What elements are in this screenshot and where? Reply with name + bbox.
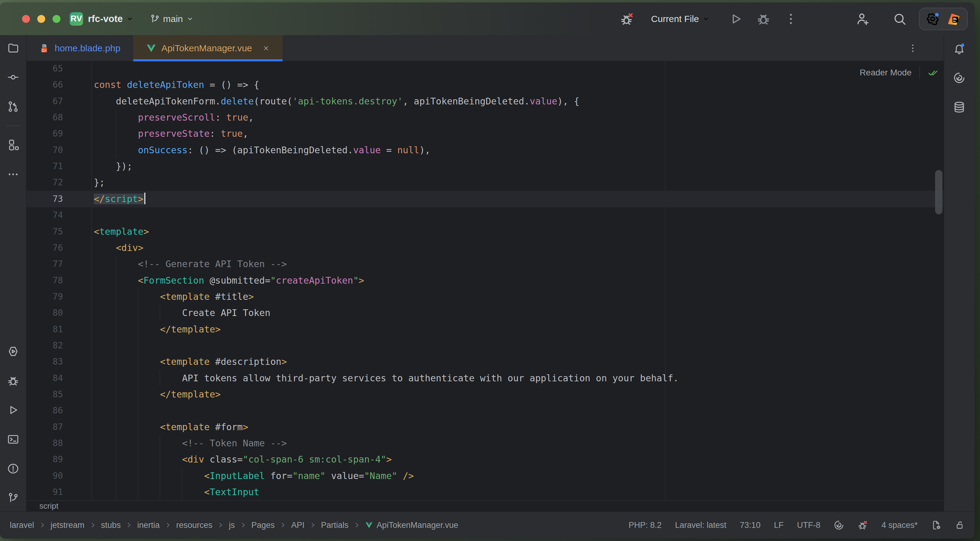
search-icon[interactable] <box>892 12 907 26</box>
status-path-item[interactable]: API <box>291 520 305 530</box>
status-path-item[interactable]: stubs <box>101 520 121 530</box>
person-plus-icon[interactable] <box>856 12 870 26</box>
code-line-72[interactable]: }; <box>94 175 105 190</box>
editor-tab-home.blade.php[interactable]: home.blade.php <box>27 35 133 61</box>
tool-window-problems-icon[interactable] <box>7 463 19 475</box>
inspections-ok-icon[interactable] <box>928 67 938 78</box>
line-number[interactable]: 88 <box>27 435 63 451</box>
status-path-item[interactable]: inertia <box>137 520 160 530</box>
run-configuration-select[interactable]: Current File <box>651 14 710 24</box>
code-line-77[interactable]: <!-- Generate API Token --> <box>94 256 287 272</box>
run-icon[interactable] <box>729 12 743 26</box>
minimize-window-button[interactable] <box>37 15 45 23</box>
status-path-item[interactable]: Pages <box>251 520 275 530</box>
code-line-75[interactable]: <template> <box>94 224 149 240</box>
tool-window-database-icon[interactable] <box>953 101 965 113</box>
tool-window-run-icon[interactable] <box>7 404 19 416</box>
tool-window-terminal-icon[interactable] <box>7 433 19 446</box>
code-line-70[interactable]: onSuccess: () => (apiTokenBeingDeleted.v… <box>94 142 430 158</box>
code-line-78[interactable]: <FormSection @submitted="createApiToken"… <box>94 272 364 289</box>
close-window-button[interactable] <box>22 15 30 23</box>
project-widget[interactable]: rfc-vote <box>88 13 123 24</box>
line-number[interactable]: 79 <box>27 289 63 305</box>
breadcrumb-tag[interactable]: script <box>40 501 58 511</box>
no-debug-session-icon[interactable] <box>620 12 634 26</box>
status-path-item[interactable]: laravel <box>10 520 34 530</box>
line-number[interactable]: 85 <box>27 386 63 402</box>
line-number[interactable]: 70 <box>27 142 63 158</box>
line-number[interactable]: 68 <box>27 109 63 125</box>
line-number[interactable]: 84 <box>27 370 63 386</box>
line-number[interactable]: 71 <box>27 158 63 175</box>
tool-window-folder-icon[interactable] <box>7 42 19 54</box>
line-number[interactable]: 90 <box>27 468 63 484</box>
tool-window-commit-icon[interactable] <box>7 71 19 83</box>
code-line-80[interactable]: Create API Token <box>94 305 270 321</box>
line-number[interactable]: 76 <box>27 240 63 256</box>
code-line-68[interactable]: preserveScroll: true, <box>94 109 254 125</box>
line-number[interactable]: 83 <box>27 354 63 370</box>
code-editor[interactable]: 6566const deleteApiToken = () => {67 del… <box>27 61 943 500</box>
status-path-item[interactable]: resources <box>176 520 213 530</box>
status-current-file[interactable]: ApiTokenManager.vue <box>365 520 458 530</box>
code-line-66[interactable]: const deleteApiToken = () => { <box>94 77 259 93</box>
line-number[interactable]: 91 <box>27 484 63 500</box>
reader-mode-widget[interactable]: Reader Mode <box>860 66 938 79</box>
tool-window-ai-icon[interactable] <box>953 72 965 84</box>
vcs-widget[interactable]: main <box>150 14 194 24</box>
jetbrains-logo-icon[interactable] <box>947 12 961 26</box>
code-line-88[interactable]: <!-- Token Name --> <box>94 435 287 451</box>
debug-icon[interactable] <box>756 12 770 26</box>
code-line-73[interactable]: </script> <box>94 191 145 207</box>
line-number[interactable]: 75 <box>27 224 63 240</box>
status-path-item[interactable]: jetstream <box>51 520 84 530</box>
line-number[interactable]: 66 <box>27 77 63 93</box>
code-line-81[interactable]: </template> <box>94 321 221 337</box>
code-line-84[interactable]: API tokens allow third-party services to… <box>94 370 679 386</box>
code-line-87[interactable]: <template #form> <box>94 419 248 435</box>
more-vertical-icon[interactable] <box>784 12 798 26</box>
line-number[interactable]: 67 <box>27 93 63 109</box>
line-number[interactable]: 78 <box>27 272 63 289</box>
code-line-85[interactable]: </template> <box>94 386 221 402</box>
tab-close-icon[interactable] <box>262 44 270 52</box>
editor-tab-ApiTokenManager.vue[interactable]: ApiTokenManager.vue <box>133 35 283 61</box>
code-line-67[interactable]: deleteApiTokenForm.delete(route('api-tok… <box>94 93 579 109</box>
status-widget-utf-8[interactable]: UTF-8 <box>797 520 821 530</box>
bug-x-icon[interactable] <box>858 520 868 530</box>
tool-window-debug-icon[interactable] <box>7 374 19 387</box>
lock-open-icon[interactable] <box>955 520 965 530</box>
line-number[interactable]: 65 <box>27 61 63 77</box>
code-line-71[interactable]: }); <box>94 158 132 175</box>
maximize-window-button[interactable] <box>52 15 60 23</box>
status-path-item[interactable]: Partials <box>321 520 348 530</box>
editor-scrollbar[interactable] <box>935 170 942 214</box>
code-line-89[interactable]: <div class="col-span-6 sm:col-span-4"> <box>94 451 391 467</box>
line-number[interactable]: 69 <box>27 125 63 142</box>
status-widget-laravel-latest[interactable]: Laravel: latest <box>675 520 727 530</box>
file-settings-icon[interactable] <box>931 520 942 530</box>
tool-window-structure-icon[interactable] <box>7 139 19 151</box>
code-line-90[interactable]: <InputLabel for="name" value="Name" /> <box>94 468 414 484</box>
code-line-79[interactable]: <template #title> <box>94 289 254 305</box>
ai-icon[interactable] <box>834 520 844 530</box>
status-widget-php-8-2[interactable]: PHP: 8.2 <box>629 520 662 530</box>
status-path-item[interactable]: js <box>229 520 235 530</box>
code-line-76[interactable]: <div> <box>94 240 143 256</box>
line-number[interactable]: 87 <box>27 419 63 435</box>
line-number[interactable]: 77 <box>27 256 63 272</box>
status-widget-73-10[interactable]: 73:10 <box>740 520 760 530</box>
tool-window-more-horizontal-icon[interactable] <box>7 168 19 181</box>
line-number[interactable]: 82 <box>27 337 63 354</box>
code-line-83[interactable]: <template #description> <box>94 354 287 370</box>
tool-window-notifications-icon[interactable] <box>953 43 965 55</box>
line-number[interactable]: 80 <box>27 305 63 321</box>
line-number[interactable]: 86 <box>27 402 63 419</box>
tool-window-pull-request-icon[interactable] <box>7 100 19 113</box>
status-widget-lf[interactable]: LF <box>774 520 784 530</box>
code-line-91[interactable]: <TextInput <box>94 484 259 500</box>
line-number[interactable]: 74 <box>27 207 63 223</box>
line-number[interactable]: 72 <box>27 175 63 190</box>
tool-window-services-icon[interactable] <box>7 345 19 357</box>
settings-gear-icon[interactable] <box>926 12 940 26</box>
